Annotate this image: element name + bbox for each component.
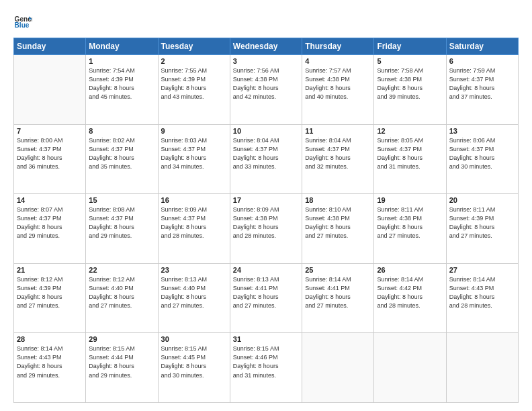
cell-info: Sunrise: 8:11 AMSunset: 4:38 PMDaylight:… [377, 205, 443, 240]
calendar-cell: 25Sunrise: 8:14 AMSunset: 4:41 PMDayligh… [302, 263, 374, 333]
calendar-cell: 5Sunrise: 7:58 AMSunset: 4:38 PMDaylight… [374, 55, 446, 125]
day-number: 10 [233, 127, 299, 135]
cell-info: Sunrise: 8:05 AMSunset: 4:37 PMDaylight:… [377, 136, 443, 171]
day-number: 18 [305, 196, 371, 204]
calendar-cell: 8Sunrise: 8:02 AMSunset: 4:37 PMDaylight… [86, 124, 158, 194]
day-number: 30 [161, 335, 227, 343]
cell-info: Sunrise: 7:56 AMSunset: 4:38 PMDaylight:… [233, 66, 299, 101]
cell-info: Sunrise: 8:04 AMSunset: 4:37 PMDaylight:… [305, 136, 371, 171]
cell-info: Sunrise: 8:14 AMSunset: 4:43 PMDaylight:… [449, 275, 515, 310]
calendar-cell: 13Sunrise: 8:06 AMSunset: 4:37 PMDayligh… [446, 124, 518, 194]
calendar-cell: 15Sunrise: 8:08 AMSunset: 4:37 PMDayligh… [86, 194, 158, 264]
day-number: 28 [17, 335, 83, 343]
cell-info: Sunrise: 8:12 AMSunset: 4:39 PMDaylight:… [17, 275, 83, 310]
calendar-cell: 2Sunrise: 7:55 AMSunset: 4:39 PMDaylight… [158, 55, 230, 125]
weekday-header: Tuesday [158, 38, 230, 55]
logo-icon: General Blue [13, 12, 32, 31]
cell-info: Sunrise: 8:08 AMSunset: 4:37 PMDaylight:… [89, 205, 154, 240]
cell-info: Sunrise: 8:14 AMSunset: 4:43 PMDaylight:… [17, 345, 83, 379]
calendar-cell: 31Sunrise: 8:15 AMSunset: 4:46 PMDayligh… [230, 333, 302, 403]
svg-text:Blue: Blue [15, 21, 30, 29]
cell-info: Sunrise: 8:15 AMSunset: 4:45 PMDaylight:… [161, 345, 227, 379]
calendar-cell: 22Sunrise: 8:12 AMSunset: 4:40 PMDayligh… [86, 263, 158, 333]
day-number: 3 [233, 57, 299, 65]
cell-info: Sunrise: 8:06 AMSunset: 4:37 PMDaylight:… [449, 136, 515, 171]
day-number: 9 [161, 127, 227, 135]
day-number: 5 [377, 57, 443, 65]
cell-info: Sunrise: 8:02 AMSunset: 4:37 PMDaylight:… [89, 136, 154, 171]
cell-info: Sunrise: 8:07 AMSunset: 4:37 PMDaylight:… [17, 205, 83, 240]
weekday-header: Wednesday [230, 38, 302, 55]
calendar-table: SundayMondayTuesdayWednesdayThursdayFrid… [13, 38, 519, 403]
calendar-cell: 27Sunrise: 8:14 AMSunset: 4:43 PMDayligh… [446, 263, 518, 333]
day-number: 12 [377, 127, 443, 135]
day-number: 27 [449, 266, 515, 274]
day-number: 16 [161, 196, 227, 204]
day-number: 2 [161, 57, 227, 65]
cell-info: Sunrise: 8:10 AMSunset: 4:38 PMDaylight:… [305, 205, 371, 240]
calendar-cell: 28Sunrise: 8:14 AMSunset: 4:43 PMDayligh… [14, 333, 86, 403]
day-number: 4 [305, 57, 371, 65]
cell-info: Sunrise: 8:13 AMSunset: 4:40 PMDaylight:… [161, 275, 227, 310]
weekday-header: Sunday [14, 38, 86, 55]
day-number: 8 [89, 127, 154, 135]
day-number: 6 [449, 57, 515, 65]
day-number: 25 [305, 266, 371, 274]
cell-info: Sunrise: 8:15 AMSunset: 4:44 PMDaylight:… [89, 345, 154, 379]
page: General Blue SundayMondayTuesdayWednesda… [0, 0, 532, 411]
day-number: 20 [449, 196, 515, 204]
day-number: 14 [17, 196, 83, 204]
day-number: 19 [377, 196, 443, 204]
cell-info: Sunrise: 8:09 AMSunset: 4:38 PMDaylight:… [233, 205, 299, 240]
day-number: 15 [89, 196, 154, 204]
calendar-cell: 29Sunrise: 8:15 AMSunset: 4:44 PMDayligh… [86, 333, 158, 403]
cell-info: Sunrise: 8:03 AMSunset: 4:37 PMDaylight:… [161, 136, 227, 171]
day-number: 7 [17, 127, 83, 135]
day-number: 11 [305, 127, 371, 135]
logo: General Blue [13, 12, 32, 31]
cell-info: Sunrise: 8:15 AMSunset: 4:46 PMDaylight:… [233, 345, 299, 379]
cell-info: Sunrise: 8:04 AMSunset: 4:37 PMDaylight:… [233, 136, 299, 171]
day-number: 21 [17, 266, 83, 274]
day-number: 17 [233, 196, 299, 204]
calendar-cell: 3Sunrise: 7:56 AMSunset: 4:38 PMDaylight… [230, 55, 302, 125]
cell-info: Sunrise: 8:13 AMSunset: 4:41 PMDaylight:… [233, 275, 299, 310]
cell-info: Sunrise: 7:57 AMSunset: 4:38 PMDaylight:… [305, 66, 371, 101]
calendar-cell: 10Sunrise: 8:04 AMSunset: 4:37 PMDayligh… [230, 124, 302, 194]
calendar-cell [14, 55, 86, 125]
calendar-cell: 14Sunrise: 8:07 AMSunset: 4:37 PMDayligh… [14, 194, 86, 264]
calendar-cell: 19Sunrise: 8:11 AMSunset: 4:38 PMDayligh… [374, 194, 446, 264]
calendar-cell: 24Sunrise: 8:13 AMSunset: 4:41 PMDayligh… [230, 263, 302, 333]
day-number: 13 [449, 127, 515, 135]
calendar-cell: 20Sunrise: 8:11 AMSunset: 4:39 PMDayligh… [446, 194, 518, 264]
calendar-cell: 17Sunrise: 8:09 AMSunset: 4:38 PMDayligh… [230, 194, 302, 264]
calendar-cell: 30Sunrise: 8:15 AMSunset: 4:45 PMDayligh… [158, 333, 230, 403]
cell-info: Sunrise: 8:09 AMSunset: 4:37 PMDaylight:… [161, 205, 227, 240]
calendar-cell: 16Sunrise: 8:09 AMSunset: 4:37 PMDayligh… [158, 194, 230, 264]
calendar-cell: 9Sunrise: 8:03 AMSunset: 4:37 PMDaylight… [158, 124, 230, 194]
header: General Blue [13, 12, 519, 31]
calendar-cell: 23Sunrise: 8:13 AMSunset: 4:40 PMDayligh… [158, 263, 230, 333]
cell-info: Sunrise: 7:55 AMSunset: 4:39 PMDaylight:… [161, 66, 227, 101]
calendar-cell [446, 333, 518, 403]
day-number: 26 [377, 266, 443, 274]
cell-info: Sunrise: 8:12 AMSunset: 4:40 PMDaylight:… [89, 275, 154, 310]
calendar-cell [374, 333, 446, 403]
cell-info: Sunrise: 8:14 AMSunset: 4:42 PMDaylight:… [377, 275, 443, 310]
calendar-cell: 12Sunrise: 8:05 AMSunset: 4:37 PMDayligh… [374, 124, 446, 194]
weekday-header: Monday [86, 38, 158, 55]
weekday-header: Saturday [446, 38, 518, 55]
cell-info: Sunrise: 8:00 AMSunset: 4:37 PMDaylight:… [17, 136, 83, 171]
weekday-header: Thursday [302, 38, 374, 55]
day-number: 23 [161, 266, 227, 274]
weekday-header: Friday [374, 38, 446, 55]
cell-info: Sunrise: 7:59 AMSunset: 4:37 PMDaylight:… [449, 66, 515, 101]
calendar-cell: 7Sunrise: 8:00 AMSunset: 4:37 PMDaylight… [14, 124, 86, 194]
calendar-cell [302, 333, 374, 403]
day-number: 29 [89, 335, 154, 343]
day-number: 31 [233, 335, 299, 343]
day-number: 1 [89, 57, 154, 65]
calendar-cell: 4Sunrise: 7:57 AMSunset: 4:38 PMDaylight… [302, 55, 374, 125]
calendar-cell: 18Sunrise: 8:10 AMSunset: 4:38 PMDayligh… [302, 194, 374, 264]
calendar-cell: 26Sunrise: 8:14 AMSunset: 4:42 PMDayligh… [374, 263, 446, 333]
